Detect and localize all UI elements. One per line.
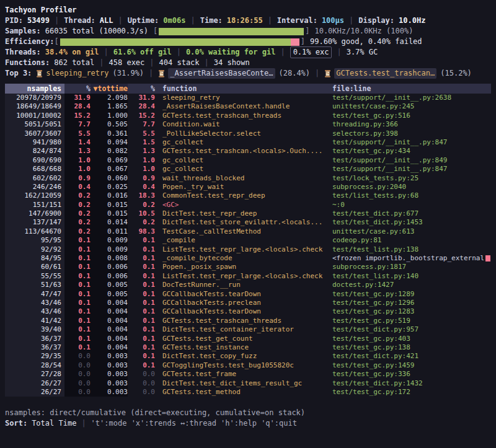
table-row[interactable]: 36/370.10.0040.1GCTests.test_instancetes… [5,343,491,352]
cell-function: GCTests.test_method [155,388,330,397]
table-row[interactable]: 3607/36075.50.3615.5_PollLikeSelector.se… [5,130,491,138]
cell-pct-direct: 0.1 [64,236,91,245]
table-row[interactable]: 668/6681.00.0671.0gc_collecttest/support… [5,165,491,173]
separator: | [81,418,86,429]
cell-pct-direct: 0.0 [64,379,91,388]
cell-pct-cumulative: 1.0 [128,165,155,173]
column-header-nsamples[interactable]: nsamples [5,84,64,94]
cell-function: ListTest.test_repr_large.<locals>.check [155,272,330,281]
separator: | [315,68,319,79]
column-header-file-line[interactable]: file:line [330,84,491,94]
table-row[interactable]: 28/540.00.0030.1GCTogglingTests.test_bug… [5,361,491,370]
table-row[interactable]: 824/8741.30.0821.3GCTests.test_trashcan.… [5,147,491,156]
separator: | [268,15,272,26]
cell-nsamples: 151/151 [5,201,64,209]
cell-nsamples: 824/874 [5,147,64,156]
table-row[interactable]: 84/950.10.0080.1_compile_bytecode<frozen… [5,254,491,263]
column-header-function[interactable]: function [155,84,330,94]
cell-file-line: test/test_gc.py:1296 [330,299,491,307]
table-row[interactable]: 29/350.00.0030.1DictTest.test_copy_fuzzt… [5,352,491,361]
table-row[interactable]: 26/270.00.0030.0GCTests.test_methodtest/… [5,388,491,397]
table-row[interactable]: 113/646700.20.01198.3TestCase._callTestM… [5,227,491,236]
cell-function: GCTests.test_trashcan_threads [155,317,330,325]
cell-nsamples: 10001/10002 [5,112,64,120]
table-row[interactable]: 39/400.10.0040.1DictTest.test_container_… [5,325,491,334]
cell-file-line: selectors.py:398 [330,130,491,138]
top3-label: Top 3: [5,68,32,79]
column-header-tottime[interactable]: ▼tottime [91,84,128,94]
table-row[interactable]: 20978/2097931.92.09831.9sleeping_retryte… [5,94,491,102]
table-row[interactable]: 51/630.10.0050.1DocTestRunner.__rundocte… [5,281,491,289]
table-row[interactable]: 26/270.00.0030.0DictTest.test_dict_items… [5,379,491,388]
samples-line: Samples: 66035 total (10000.3/s) [ ] 10.… [5,26,491,37]
cell-pct-cumulative: 0.1 [128,254,155,263]
cell-pct-direct: 0.1 [64,263,91,271]
sort-value: Total Time [32,418,76,429]
column-header-pct-cumulative[interactable]: % [128,84,155,94]
table-row[interactable]: 5051/50517.70.5057.7Condition.waitthread… [5,120,491,129]
sort-line: Sort: Total Time | 't':mode 'x':trends ↔… [5,418,491,429]
cell-pct-cumulative: 0.1 [128,361,155,370]
cell-nsamples: 147/6900 [5,209,64,218]
table-row[interactable]: 47/470.10.0050.1GCCallbackTests.tearDown… [5,290,491,299]
pid-label: PID: [5,15,23,26]
cell-pct-direct: 0.2 [64,191,91,200]
cell-nsamples: 690/690 [5,156,64,165]
table-row[interactable]: 18649/1864928.41.86528.4_AssertRaisesBas… [5,102,491,111]
table-row[interactable]: 246/2460.40.0250.4Popen._try_waitsubproc… [5,183,491,191]
cell-tottime: 0.069 [91,156,128,165]
cell-pct-direct: 0.1 [64,254,91,263]
efficiency-bar [60,38,299,46]
top3-function-name: _AssertRaisesBaseConte… [168,68,275,79]
cell-nsamples: 47/47 [5,290,64,299]
table-row[interactable]: 43/460.10.0040.1GCCallbackTests.tearDown… [5,307,491,316]
separator: | [190,15,195,26]
table-row[interactable]: 941/9801.40.0941.5gc_collecttest/support… [5,138,491,147]
column-header-pct-direct[interactable]: % [64,84,91,94]
table-row[interactable]: 137/1470.20.0140.2DictTest.test_store_ev… [5,218,491,227]
cell-file-line: test/test_gc.py:138 [330,343,491,352]
separator: | [149,58,154,68]
cell-tottime: 0.004 [91,307,128,316]
cell-file-line: test/test_gc.py:1459 [330,361,491,370]
cell-pct-cumulative: 1.0 [128,156,155,165]
table-row[interactable]: 10001/1000215.21.00015.2GCTests.test_tra… [5,112,491,120]
cell-file-line: unittest/case.py:613 [330,227,491,236]
table-row[interactable]: 27/280.00.0030.0GCTests.test_frametest/t… [5,370,491,379]
cell-tottime: 0.003 [91,370,128,379]
table-row[interactable]: 147/69000.20.01510.5DictTest.test_repr_d… [5,209,491,218]
cell-tottime: 1.865 [91,102,128,111]
cell-pct-cumulative: 0.1 [128,272,155,281]
table-row[interactable]: 151/1510.20.0150.2<GC>~:0 [5,201,491,209]
table-row[interactable]: 602/6020.90.0600.9wait_threads_blockedte… [5,174,491,183]
cell-file-line: test/support/__init__.py:847 [330,165,491,173]
table-row[interactable]: 41/420.10.0040.1GCTests.test_trashcan_th… [5,317,491,325]
table-row[interactable]: 36/370.10.0040.1GCTests.test_get_countte… [5,335,491,343]
cell-tottime: 0.003 [91,379,128,388]
threads-gc: 3.7% GC [347,47,378,58]
efficiency-bar-good [60,38,291,46]
table-row[interactable]: 92/920.10.0090.1ListTest.test_repr_large… [5,245,491,254]
samples-rate: 10.0KHz/10.0KHz (100%) [314,26,413,37]
cell-pct-cumulative: 0.2 [128,218,155,227]
cell-pct-direct: 0.1 [64,290,91,299]
cell-pct-direct: 0.9 [64,174,91,183]
cell-function: GCTests.test_frame [155,370,330,379]
cell-tottime: 0.006 [91,263,128,271]
top3-function-name: sleeping_retry [46,68,108,79]
thread-label: Thread: [64,15,95,26]
table-row[interactable]: 55/550.10.0060.1ListTest.test_repr_large… [5,272,491,281]
cell-tottime: 0.505 [91,120,128,129]
efficiency-summary: 99.60% good, 0.40% failed [310,37,422,47]
table-row[interactable]: 43/460.10.0040.1GCCallbackTests.preclean… [5,299,491,307]
cell-pct-direct: 0.1 [64,272,91,281]
table-row[interactable]: 690/6901.00.0691.0gc_collecttest/support… [5,156,491,165]
time-label: Time: [200,15,223,26]
cell-pct-direct: 0.1 [64,307,91,316]
table-row[interactable]: 60/610.10.0060.1Popen._posix_spawnsubpro… [5,263,491,271]
cell-nsamples: 20978/20979 [5,94,64,102]
table-row[interactable]: 95/950.10.0090.1_compilecodeop.py:81 [5,236,491,245]
cell-nsamples: 28/54 [5,361,64,370]
table-row[interactable]: 162/120590.20.01618.3CommonTest.test_rep… [5,191,491,200]
cell-nsamples: 43/46 [5,299,64,307]
